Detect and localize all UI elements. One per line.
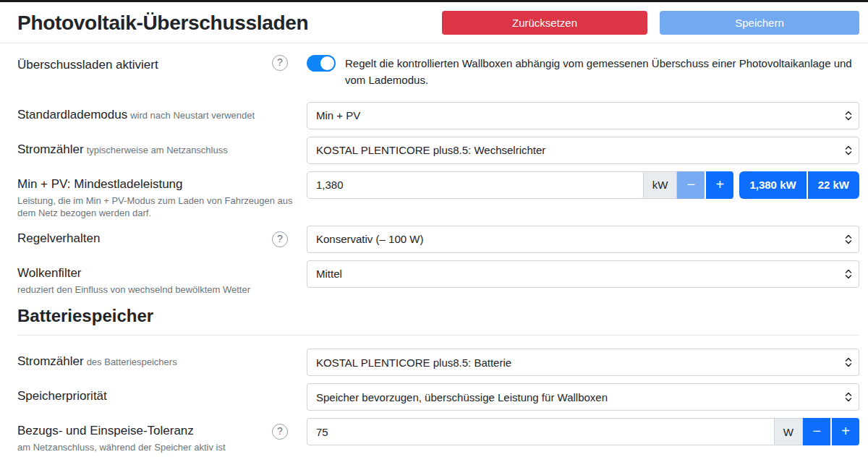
row-cloud-filter: Wolkenfilter reduziert den Einfluss von … xyxy=(17,260,859,296)
storage-priority-label: Speicherpriorität xyxy=(17,389,107,403)
battery-meter-select[interactable]: KOSTAL PLENTICORE plus8.5: Batterie xyxy=(307,349,859,376)
min-pv-power-unit: kW xyxy=(644,171,678,199)
row-storage-priority: Speicherpriorität Speicher bevorzugen, ü… xyxy=(17,383,859,411)
grid-tolerance-decrement-button[interactable]: − xyxy=(803,418,830,445)
control-behavior-select[interactable]: Konservativ (– 100 W) xyxy=(307,226,859,253)
row-battery-meter: Stromzählerdes Batteriespeichers KOSTAL … xyxy=(17,349,859,376)
row-default-charge-mode: Standardlademoduswird nach Neustart verw… xyxy=(17,102,859,129)
help-icon[interactable]: ? xyxy=(272,424,288,440)
min-pv-power-presets: 1,380 kW 22 kW xyxy=(739,171,859,199)
help-icon[interactable]: ? xyxy=(272,231,288,247)
grid-tolerance-increment-button[interactable]: + xyxy=(832,418,859,445)
min-pv-power-decrement-button[interactable]: − xyxy=(677,171,705,199)
control-behavior-label: Regelverhalten xyxy=(17,231,100,245)
row-control-behavior: Regelverhalten ? Konservativ (– 100 W) xyxy=(17,226,859,253)
row-grid-tolerance: Bezugs- und Einspeise-Toleranz am Netzan… xyxy=(17,418,859,454)
row-surplus-enabled: Überschussladen aktiviert ? Regelt die k… xyxy=(17,52,859,89)
default-charge-mode-label: Standardlademodus xyxy=(17,108,127,121)
grid-tolerance-label: Bezugs- und Einspeise-Toleranz xyxy=(17,424,194,437)
min-pv-power-increment-button[interactable]: + xyxy=(706,171,733,199)
grid-meter-select[interactable]: KOSTAL PLENTICORE plus8.5: Wechselrichte… xyxy=(307,137,859,164)
grid-tolerance-input[interactable] xyxy=(307,418,775,445)
header-actions: Zurücksetzen Speichern xyxy=(442,11,859,35)
default-charge-mode-sublabel: wird nach Neustart verwendet xyxy=(130,110,255,121)
min-pv-power-input[interactable] xyxy=(307,171,644,199)
page-title: Photovoltaik-Überschussladen xyxy=(17,12,308,35)
surplus-enabled-label: Überschussladen aktiviert xyxy=(17,58,158,72)
surplus-enabled-toggle[interactable] xyxy=(307,55,336,72)
default-charge-mode-select[interactable]: Min + PV xyxy=(307,102,859,129)
battery-meter-sublabel: des Batteriespeichers xyxy=(87,356,177,367)
grid-meter-sublabel: typischerweise am Netzanschluss xyxy=(87,145,228,155)
surplus-enabled-description: Regelt die kontrollierten Wallboxen abhä… xyxy=(345,52,859,89)
storage-priority-select[interactable]: Speicher bevorzugen, überschüssige Leist… xyxy=(307,383,859,411)
save-button[interactable]: Speichern xyxy=(660,11,859,35)
min-pv-power-description: Leistung, die im Min + PV-Modus zum Lade… xyxy=(17,195,299,220)
reset-button[interactable]: Zurücksetzen xyxy=(442,11,647,35)
cloud-filter-select[interactable]: Mittel xyxy=(307,260,859,288)
cloud-filter-label: Wolkenfilter xyxy=(17,266,82,280)
min-pv-power-label: Min + PV: Mindestladeleistung xyxy=(17,177,183,191)
battery-section-heading: Batteriespeicher xyxy=(17,306,859,336)
toggle-knob-icon xyxy=(320,56,334,70)
row-grid-meter: Stromzählertypischerweise am Netzanschlu… xyxy=(17,137,859,164)
row-min-pv-power: Min + PV: Mindestladeleistung Leistung, … xyxy=(17,171,859,220)
page-header: Photovoltaik-Überschussladen Zurücksetze… xyxy=(0,2,868,43)
grid-meter-label: Stromzähler xyxy=(17,142,84,156)
preset-max-power-button[interactable]: 22 kW xyxy=(808,171,859,199)
grid-tolerance-description: am Netzanschluss, während der Speicher a… xyxy=(17,441,265,454)
preset-min-power-button[interactable]: 1,380 kW xyxy=(739,171,806,199)
help-icon[interactable]: ? xyxy=(272,55,288,71)
grid-tolerance-unit: W xyxy=(775,418,803,445)
battery-meter-label: Stromzähler xyxy=(17,354,84,368)
cloud-filter-description: reduziert den Einfluss von wechselnd bew… xyxy=(17,283,299,296)
